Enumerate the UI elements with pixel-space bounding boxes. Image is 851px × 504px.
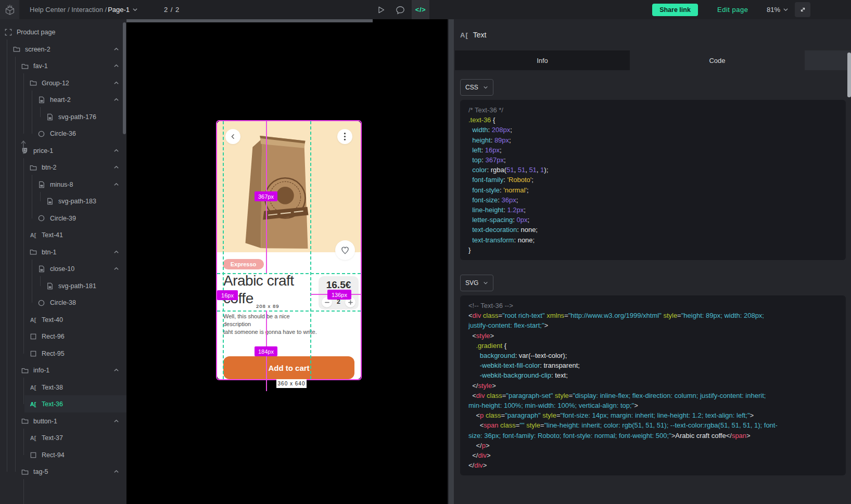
collapse-caret-icon[interactable] (113, 164, 119, 172)
layer-row-svg-path-183[interactable]: svg-path-183 (0, 193, 126, 210)
css-code-block[interactable]: /* Text-36 */.text-36 { width: 208px; he… (460, 100, 846, 260)
canvas[interactable]: Expresso Arabic craft coffe 208 x 89 Wel… (126, 19, 448, 504)
code-token: "http://www.w3.org/1999/xhtml" (568, 312, 662, 319)
sidebar-scrollbar[interactable] (123, 22, 126, 134)
collapse-caret-icon[interactable] (113, 469, 119, 476)
selected-row-highlight (24, 395, 126, 412)
window-scrollbar[interactable] (847, 53, 851, 97)
code-token: ; (524, 206, 526, 214)
code-token: 51 (506, 166, 514, 174)
code-token: = (556, 411, 561, 419)
code-token: < (472, 392, 476, 399)
code-token: text-decoration (468, 226, 517, 234)
collapse-caret-icon[interactable] (113, 46, 119, 54)
layer-row-circle-38[interactable]: Circle-38 (0, 294, 126, 311)
code-line: /* Text-36 */ (468, 105, 846, 115)
code-token: : (498, 196, 501, 204)
css-format-dropdown[interactable]: CSS (460, 79, 493, 96)
layer-row-svg-path-181[interactable]: svg-path-181 (0, 278, 126, 294)
description-line: taht someone is gonna have to write. (223, 328, 317, 336)
layer-row-price-1[interactable]: price-1 (0, 143, 126, 159)
code-line: </div> (468, 450, 846, 460)
back-button[interactable] (225, 129, 240, 144)
code-token: > (483, 461, 487, 469)
more-options-button[interactable] (337, 129, 352, 144)
code-token: -webkit-text-fill-color (480, 361, 540, 369)
share-link-button[interactable]: Share link (652, 4, 698, 16)
layer-row-btn-1[interactable]: btn-1 (0, 244, 126, 261)
code-mode-button[interactable]: </> (412, 0, 429, 19)
layer-row-rect-94[interactable]: Rect-94 (0, 447, 126, 463)
layer-row-text-41[interactable]: A[Text-41 (0, 227, 126, 243)
code-line: background: var(--text-color); (468, 351, 846, 360)
code-token: 208px (492, 126, 510, 134)
heart-icon (340, 245, 350, 255)
layer-row-tag-5[interactable]: tag-5 (0, 463, 126, 480)
layer-label: Text-38 (42, 384, 63, 391)
collapse-caret-icon[interactable] (113, 80, 119, 87)
code-token: class (500, 421, 516, 429)
add-to-cart-button[interactable]: Add to cart (223, 356, 354, 379)
layer-row-group-12[interactable]: Group-12 (0, 75, 126, 92)
app-logo[interactable] (0, 0, 19, 19)
layer-row-screen-2[interactable]: screen-2 (0, 41, 126, 58)
svg-format-dropdown[interactable]: SVG (460, 275, 493, 291)
description-line: Well, this should be a nice description (223, 313, 317, 328)
svg-code-block[interactable]: <!-- Text-36 --><div class="root rich-te… (460, 295, 846, 475)
folder-icon (29, 248, 37, 256)
breadcrumb-path: Help Center / Interaction / (30, 6, 107, 14)
edit-page-link[interactable]: Edit page (717, 0, 748, 19)
code-token (468, 361, 480, 369)
collapse-caret-icon[interactable] (113, 418, 119, 425)
code-token: ; (504, 156, 506, 164)
play-button[interactable] (372, 0, 390, 19)
tree-guide (32, 91, 32, 134)
code-line: <p class="paragraph" style="font-size: 1… (468, 410, 846, 420)
code-token: style (663, 312, 677, 319)
code-token: div (478, 451, 487, 459)
layer-row-rect-96[interactable]: Rect-96 (0, 328, 126, 345)
code-token: = (564, 312, 568, 319)
circle-icon (37, 214, 45, 222)
collapse-caret-icon[interactable] (113, 367, 119, 374)
layer-row-svg-path-176[interactable]: svg-path-176 (0, 109, 126, 125)
layer-row-product page[interactable]: Product page (0, 24, 126, 41)
code-token (468, 421, 480, 429)
layer-row-circle-36[interactable]: Circle-36 (0, 125, 126, 142)
layer-row-text-36[interactable]: A[Text-36 (0, 396, 126, 412)
collapse-caret-icon[interactable] (113, 249, 119, 256)
layer-row-text-40[interactable]: A[Text-40 (0, 312, 126, 328)
breadcrumb[interactable]: Help Center / Interaction / Page-1 (30, 0, 138, 19)
collapse-caret-icon[interactable] (113, 266, 119, 273)
fullscreen-button[interactable] (795, 2, 810, 17)
device-frame-screen-2[interactable]: Expresso Arabic craft coffe 208 x 89 Wel… (217, 121, 361, 379)
code-line: text-transform: none; (468, 235, 846, 245)
layer-row-text-38[interactable]: A[Text-38 (0, 379, 126, 396)
tab-code[interactable]: Code (630, 50, 805, 70)
collapse-caret-icon[interactable] (113, 148, 119, 155)
layer-row-text-37[interactable]: A[Text-37 (0, 430, 126, 446)
layer-row-close-10[interactable]: close-10 (0, 261, 126, 277)
tab-info[interactable]: Info (455, 50, 630, 70)
inspector-scrollbar[interactable] (449, 19, 454, 504)
layer-row-fav-1[interactable]: fav-1 (0, 58, 126, 74)
collapse-caret-icon[interactable] (113, 63, 119, 70)
rect-icon (29, 333, 37, 341)
layer-row-minus-8[interactable]: minus-8 (0, 176, 126, 193)
folder-icon (21, 417, 29, 425)
canvas-horizontal-scrollbar[interactable] (126, 19, 373, 22)
layer-row-info-1[interactable]: info-1 (0, 362, 126, 379)
code-token: , (514, 166, 517, 174)
comment-button[interactable] (391, 0, 409, 19)
layer-row-button-1[interactable]: button-1 (0, 413, 126, 430)
comment-icon (396, 5, 405, 15)
favorite-button[interactable] (335, 240, 355, 260)
zoom-level-control[interactable]: 81% (767, 0, 789, 19)
layer-row-heart-2[interactable]: heart-2 (0, 92, 126, 108)
collapse-caret-icon[interactable] (113, 182, 119, 189)
layer-row-rect-95[interactable]: Rect-95 (0, 345, 126, 362)
collapse-caret-icon[interactable] (113, 97, 119, 104)
layer-row-btn-2[interactable]: btn-2 (0, 159, 126, 176)
layer-label: Rect-94 (42, 451, 65, 459)
layer-row-circle-39[interactable]: Circle-39 (0, 210, 126, 227)
